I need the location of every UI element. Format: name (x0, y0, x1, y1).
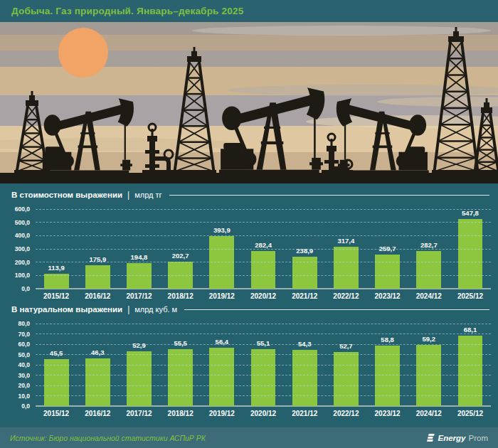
sun (58, 28, 108, 78)
gridline (36, 344, 491, 345)
bar (44, 359, 69, 406)
x-axis-tick-label: 2016/12 (77, 410, 118, 417)
gridline (36, 262, 491, 262)
chart-value-terms: В стоимостном выражении | млрд тг 113,91… (10, 190, 492, 303)
bar-value-label: 52,9 (132, 341, 146, 349)
gridline (36, 275, 491, 276)
bar (127, 351, 152, 406)
chart-unit: млрд куб. м (134, 305, 177, 314)
energyprom-e-icon (426, 433, 435, 442)
bar (251, 251, 276, 289)
x-axis-tick-label: 2017/12 (118, 410, 159, 417)
bar-value-label: 56,4 (216, 338, 229, 346)
bar (458, 219, 483, 289)
bar-value-label: 194,8 (131, 253, 148, 261)
gridline (36, 249, 491, 250)
chart-title: В стоимостном выражении (11, 191, 122, 199)
bar-value-label: 58,8 (381, 336, 394, 343)
title-divider: | (127, 304, 129, 314)
bar-value-label: 393,9 (213, 226, 231, 234)
bar (292, 350, 317, 406)
cloud-streak (7, 53, 334, 65)
bar-value-label: 59,2 (423, 335, 436, 343)
gridline (36, 354, 491, 355)
x-axis-tick-label: 2018/12 (160, 292, 201, 300)
bar-value-label: 68,1 (464, 326, 477, 334)
cloud-streak (192, 26, 491, 36)
oilfield-scene-svg (0, 22, 498, 183)
bar (416, 251, 441, 289)
chart-header: В натуральном выражении | млрд куб. м (11, 304, 491, 314)
bar-value-label: 55,5 (174, 339, 187, 347)
bar (375, 255, 400, 289)
header-bar: Добыча. Газ природный. Январь–декабрь 20… (0, 0, 498, 22)
gridline (36, 235, 491, 236)
x-axis-tick-label: 2019/12 (201, 292, 243, 300)
bar (334, 247, 359, 289)
x-axis-tick-label: 2022/12 (325, 410, 366, 417)
chart-header: В стоимостном выражении | млрд тг (11, 190, 491, 200)
energyprom-logo: EnergyProm (426, 433, 488, 442)
bar (44, 274, 69, 289)
bar-value-label: 202,7 (172, 252, 189, 260)
gridline (36, 395, 491, 396)
bar (251, 349, 276, 406)
x-axis-tick-label: 2015/12 (36, 410, 77, 417)
bar-value-label: 46,3 (91, 348, 105, 356)
x-axis-tick-label: 2023/12 (367, 292, 408, 300)
gridline (36, 209, 491, 210)
x-axis-tick-label: 2023/12 (367, 410, 408, 417)
bar (85, 265, 110, 289)
title-rule-line (169, 195, 489, 196)
x-axis-tick-label: 2025/12 (450, 410, 491, 417)
gridline (36, 375, 491, 375)
chart-physical-terms: В натуральном выражении | млрд куб. м 45… (10, 304, 492, 420)
gridline (36, 222, 491, 223)
title-rule-line (184, 309, 489, 310)
x-axis-tick-label: 2024/12 (408, 292, 450, 300)
x-axis-tick-label: 2020/12 (243, 410, 284, 417)
page-title: Добыча. Газ природный. Январь–декабрь 20… (11, 6, 243, 16)
brand-name-light: Prom (469, 434, 488, 442)
bar (85, 358, 110, 406)
brand-name-bold: Energy (438, 434, 466, 442)
bar-value-label: 52,7 (339, 342, 353, 350)
title-divider: | (127, 190, 129, 200)
bar-chart-plot: 45,546,352,955,556,455,154,352,758,859,2… (10, 324, 491, 406)
source-note: Источник: Бюро национальной статистики А… (10, 434, 206, 442)
x-axis-tick-label: 2018/12 (160, 410, 201, 417)
ground (0, 173, 498, 183)
x-axis-tick-label: 2017/12 (118, 292, 159, 300)
x-axis-tick-label: 2021/12 (284, 292, 325, 300)
x-axis-tick-label: 2021/12 (284, 410, 325, 417)
x-axis-tick-label: 2020/12 (243, 292, 284, 300)
x-axis-tick-label: 2016/12 (77, 292, 118, 300)
gridline (36, 324, 491, 324)
oilfield-illustration (0, 22, 498, 183)
bar (209, 348, 234, 406)
footer-bar: Источник: Бюро национальной статистики А… (0, 427, 498, 448)
bar (209, 236, 234, 289)
bar-value-label: 113,9 (48, 264, 64, 272)
bar-chart-plot: 113,9175,9194,8202,7393,9282,4238,9317,4… (10, 209, 491, 289)
gridline (36, 365, 491, 366)
chart-unit: млрд тг (134, 191, 161, 199)
chart-title: В натуральном выражении (11, 305, 122, 314)
bar (168, 349, 193, 406)
gridline (36, 334, 491, 334)
x-axis-labels: 2015/122016/122017/122018/122019/122020/… (36, 406, 491, 420)
bar-value-label: 317,4 (338, 237, 355, 245)
x-axis-tick-label: 2024/12 (408, 410, 450, 417)
x-axis-tick-label: 2025/12 (450, 292, 491, 300)
gridline (36, 385, 491, 386)
bar-value-label: 547,8 (462, 209, 479, 217)
x-axis-labels: 2015/122016/122017/122018/122019/122020/… (36, 289, 491, 303)
x-axis-tick-label: 2015/12 (36, 292, 77, 300)
bar (334, 352, 359, 406)
bar-value-label: 45,5 (50, 349, 63, 357)
charts-section: В стоимостном выражении | млрд тг 113,91… (0, 183, 498, 420)
infographic-poster: Добыча. Газ природный. Январь–декабрь 20… (0, 0, 498, 448)
x-axis-tick-label: 2022/12 (325, 292, 366, 300)
x-axis-tick-label: 2019/12 (201, 410, 243, 417)
